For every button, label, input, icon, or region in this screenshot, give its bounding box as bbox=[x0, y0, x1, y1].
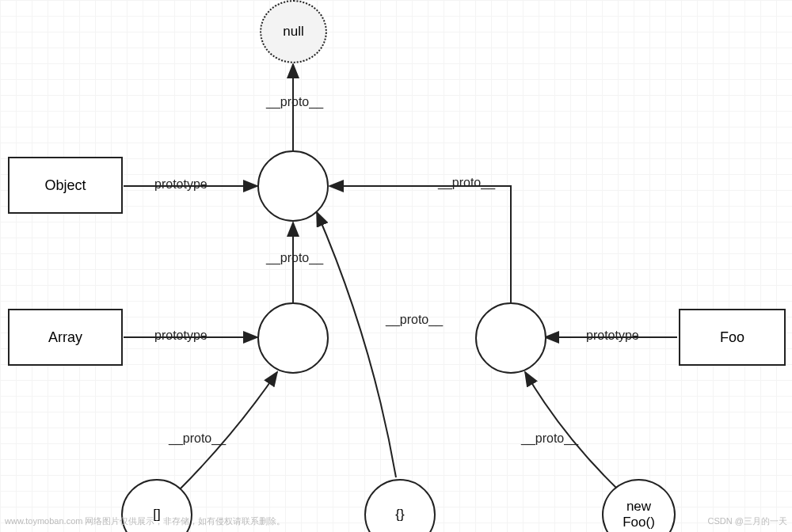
watermark-right: CSDN @三月的一天 bbox=[708, 515, 787, 527]
node-array-prototype bbox=[257, 302, 329, 374]
label-proto-newfoo-fooproto: __proto__ bbox=[521, 431, 578, 446]
edge-obj-to-objectproto bbox=[317, 212, 396, 477]
node-object-label: Object bbox=[44, 177, 86, 194]
label-prototype-object: prototype bbox=[154, 177, 208, 192]
arrows-layer bbox=[0, 0, 792, 532]
node-new-foo-label: new Foo() bbox=[623, 499, 655, 530]
node-null: null bbox=[260, 0, 327, 63]
label-prototype-array: prototype bbox=[154, 329, 208, 343]
node-array: Array bbox=[8, 309, 123, 366]
node-array-label: Array bbox=[48, 329, 82, 346]
label-proto-fooproto-objectproto: __proto__ bbox=[438, 176, 495, 190]
node-object: Object bbox=[8, 157, 123, 214]
diagram-canvas: null Object Array Foo [] {} new Foo() pr… bbox=[0, 0, 792, 532]
watermark-left: www.toymoban.com 网络图片仅供展示，非存储，如有侵权请联系删除。 bbox=[5, 515, 285, 527]
label-proto-obj-objectproto: __proto__ bbox=[386, 313, 443, 327]
label-proto-arr-arrayproto: __proto__ bbox=[169, 431, 226, 446]
label-prototype-foo: prototype bbox=[586, 329, 639, 343]
node-object-prototype bbox=[257, 150, 329, 222]
node-null-label: null bbox=[283, 24, 303, 40]
node-foo: Foo bbox=[679, 309, 786, 366]
edge-fooproto-to-objectproto bbox=[329, 186, 511, 302]
node-empty-object-label: {} bbox=[395, 507, 404, 522]
node-foo-prototype bbox=[475, 302, 546, 374]
label-proto-objectproto-null: __proto__ bbox=[266, 95, 323, 109]
edge-newfoo-to-fooproto bbox=[525, 372, 618, 489]
label-proto-arrayproto-objectproto: __proto__ bbox=[266, 251, 323, 265]
node-foo-label: Foo bbox=[720, 329, 744, 346]
